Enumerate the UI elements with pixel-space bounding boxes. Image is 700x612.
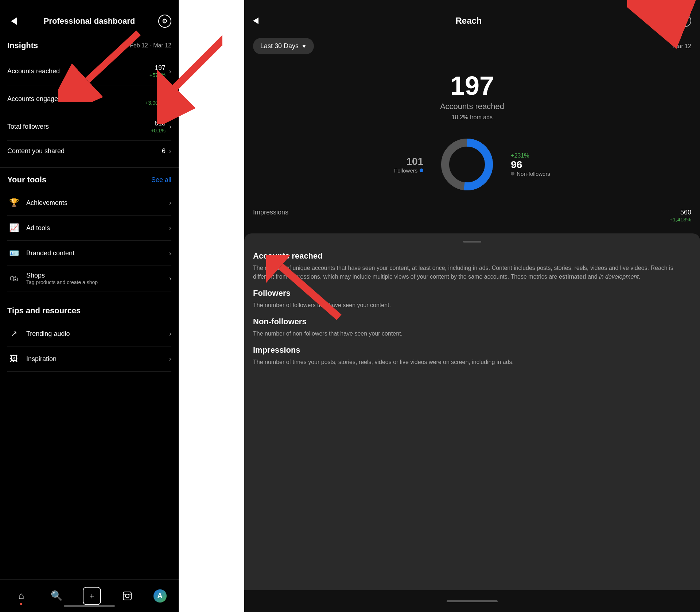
insights-header: Insights Feb 12 - Mar 12: [7, 41, 171, 50]
metric-change-total-followers: +0.1%: [151, 128, 166, 133]
tool-label-achievements: Achievements: [26, 199, 67, 207]
tool-left-ad-tools: 📈 Ad tools: [7, 221, 50, 235]
info-icon[interactable]: i: [679, 15, 691, 27]
date-end-label: Mar 12: [673, 43, 691, 50]
tool-left-achievements: 🏆 Achievements: [7, 196, 67, 209]
back-arrow-icon: [11, 18, 17, 25]
chevron-right-icon: ›: [169, 199, 171, 207]
red-arrow-top: [157, 15, 222, 124]
followers-count: 101: [394, 156, 423, 167]
insights-section: Insights Feb 12 - Mar 12 Accounts reache…: [0, 35, 179, 168]
nav-profile[interactable]: A: [153, 589, 167, 603]
nav-home[interactable]: ⌂: [12, 587, 30, 605]
chevron-right-icon: ›: [169, 330, 171, 338]
metric-row-total-followers[interactable]: Total followers 818 +0.1% ›: [7, 113, 171, 141]
tool-label-inspiration: Inspiration: [26, 355, 57, 363]
shops-icon: 🛍: [7, 272, 20, 285]
impressions-number: 560: [669, 209, 691, 216]
left-panel: Professional dashboard ⚙ Insights Feb 12…: [0, 0, 179, 612]
white-divider: [179, 0, 244, 612]
reach-number: 197: [252, 73, 693, 99]
back-button[interactable]: [7, 15, 20, 28]
tool-row-branded-content[interactable]: 🪪 Branded content ›: [7, 241, 171, 266]
reach-ads-text: 18.2% from ads: [252, 114, 693, 121]
reach-label: Accounts reached: [252, 102, 693, 111]
tool-left-branded-content: 🪪 Branded content: [7, 247, 74, 260]
non-followers-change: +231%: [511, 152, 550, 159]
sheet-desc-accounts-reached: The number of unique accounts that have …: [253, 264, 691, 281]
metric-row-content-shared[interactable]: Content you shared 6 ›: [7, 141, 171, 162]
svg-rect-2: [123, 592, 131, 600]
metric-values-content-shared: 6: [162, 147, 166, 155]
chevron-right-icon: ›: [169, 249, 171, 257]
right-header: Reach i: [244, 0, 700, 34]
right-bottom-nav: [244, 590, 700, 612]
tool-row-inspiration[interactable]: 🖼 Inspiration ›: [7, 346, 171, 372]
followers-stat: 101 Followers: [394, 156, 423, 174]
svg-line-6: [175, 22, 222, 88]
impressions-right: 560 +1,413%: [669, 209, 691, 222]
reach-back-button[interactable]: [253, 18, 258, 24]
reach-stats: 197 Accounts reached 18.2% from ads: [244, 62, 700, 128]
reach-back-arrow-icon: [253, 18, 258, 24]
followers-label: Followers: [394, 167, 423, 174]
tool-left-trending-audio: ↗ Trending audio: [7, 327, 70, 340]
nav-search[interactable]: 🔍: [47, 587, 66, 605]
non-followers-stat: +231% 96 Non-followers: [511, 152, 550, 177]
svg-point-3: [125, 594, 129, 598]
sheet-desc-followers: The number of followers that have seen y…: [253, 301, 691, 310]
metric-row-accounts-reached[interactable]: Accounts reached 197 +579% ›: [7, 58, 171, 85]
page-title: Professional dashboard: [20, 16, 158, 26]
nav-reels[interactable]: [118, 587, 136, 605]
tool-label-ad-tools: Ad tools: [26, 224, 50, 232]
tool-label-branded-content: Branded content: [26, 249, 74, 257]
donut-section: 101 Followers +231% 96 Non-followers: [244, 128, 700, 201]
tools-section: Your tools See all 🏆 Achievements › 📈 Ad…: [0, 168, 179, 299]
home-indicator: [64, 605, 115, 607]
tool-row-achievements[interactable]: 🏆 Achievements ›: [7, 190, 171, 216]
metric-label-total-followers: Total followers: [7, 123, 49, 131]
date-filter-row: Last 30 Days ▼ Mar 12: [244, 34, 700, 62]
impressions-row[interactable]: Impressions 560 +1,413%: [244, 201, 700, 230]
non-followers-label: Non-followers: [511, 171, 550, 177]
bottom-nav: ⌂ 🔍 ＋ A: [0, 579, 179, 612]
nav-create[interactable]: ＋: [83, 587, 101, 605]
tool-row-trending-audio[interactable]: ↗ Trending audio ›: [7, 321, 171, 346]
date-filter-pill[interactable]: Last 30 Days ▼: [253, 38, 314, 54]
chevron-right-icon: ›: [169, 147, 171, 155]
see-all-button[interactable]: See all: [151, 176, 171, 184]
right-home-indicator: [447, 600, 498, 602]
insights-title: Insights: [7, 41, 38, 50]
sheet-title-impressions: Impressions: [253, 345, 691, 355]
chevron-right-icon: ›: [169, 224, 171, 232]
sheet-title-followers: Followers: [253, 288, 691, 298]
shops-text: Shops Tag products and create a shop: [26, 272, 98, 285]
sheet-desc-impressions: The number of times your posts, stories,…: [253, 358, 691, 367]
tool-row-ad-tools[interactable]: 📈 Ad tools ›: [7, 216, 171, 241]
metric-label-accounts-engaged: Accounts engaged: [7, 95, 62, 103]
ad-tools-icon: 📈: [7, 221, 20, 235]
tools-title: Your tools: [7, 175, 46, 185]
impressions-change: +1,413%: [669, 216, 691, 222]
tool-left-shops: 🛍 Shops Tag products and create a shop: [7, 272, 98, 285]
tool-sublabel-shops: Tag products and create a shop: [26, 279, 98, 285]
right-panel: Reach i Last 30 Days ▼ Mar 12 197 Accoun…: [244, 0, 700, 612]
non-followers-count: 96: [511, 159, 550, 171]
tips-section: Tips and resources ↗ Trending audio › 🖼 …: [0, 299, 179, 379]
tool-row-shops[interactable]: 🛍 Shops Tag products and create a shop ›: [7, 266, 171, 291]
followers-dot: [420, 169, 423, 172]
in-development-italic: in development: [599, 274, 639, 280]
tips-title: Tips and resources: [7, 306, 171, 315]
branded-content-icon: 🪪: [7, 247, 20, 260]
metric-number-content-shared: 6: [162, 147, 166, 155]
date-filter-label: Last 30 Days: [260, 42, 299, 50]
non-followers-dot: [511, 172, 514, 175]
tool-left-inspiration: 🖼 Inspiration: [7, 352, 57, 365]
metric-row-accounts-engaged[interactable]: Accounts engaged 31 +3,000% ›: [7, 85, 171, 113]
metric-right-content-shared: 6 ›: [162, 147, 171, 155]
sheet-title-accounts-reached: Accounts reached: [253, 251, 691, 261]
achievements-icon: 🏆: [7, 196, 20, 209]
sheet-handle: [463, 241, 481, 243]
tool-label-trending-audio: Trending audio: [26, 330, 70, 338]
chevron-right-icon: ›: [169, 275, 171, 282]
